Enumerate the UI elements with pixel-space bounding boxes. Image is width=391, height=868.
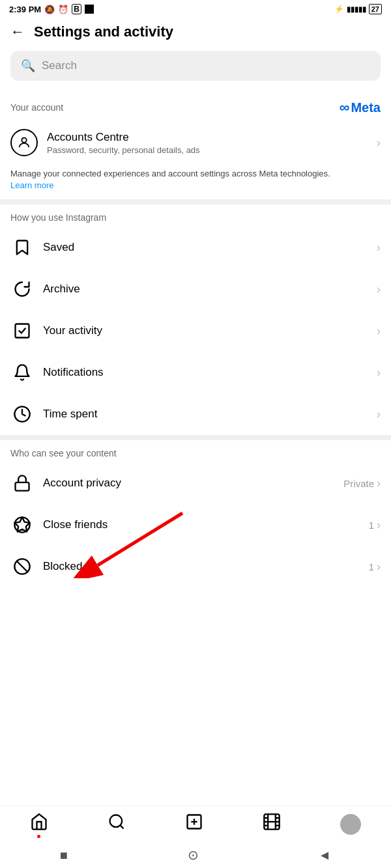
who-can-see-header: Who can see your content — [0, 440, 391, 462]
blocked-content: Blocked — [43, 560, 369, 573]
page-title: Settings and activity — [34, 23, 173, 40]
account-privacy-chevron-icon: › — [377, 477, 381, 490]
svg-rect-3 — [16, 483, 29, 491]
notifications-chevron-icon: › — [377, 366, 381, 380]
saved-content: Saved — [43, 241, 377, 254]
signal-icon: ▮▮▮▮▮ — [347, 5, 366, 14]
your-activity-chevron-icon: › — [377, 324, 381, 338]
meta-infinity-icon: ∞ — [340, 99, 350, 116]
status-bar: 2:39 PM 🔕 ⏰ B ⚡ ▮▮▮▮▮ 27 — [0, 0, 391, 17]
chevron-right-icon: › — [377, 136, 381, 150]
blocked-chevron-icon: › — [377, 560, 381, 574]
who-can-see-section: Who can see your content Account privacy… — [0, 440, 391, 587]
your-activity-title: Your activity — [43, 324, 377, 337]
how-you-use-label: How you use Instagram — [10, 212, 106, 223]
nav-search-icon — [108, 813, 126, 835]
time-spent-content: Time spent — [43, 408, 377, 421]
sys-home-button[interactable]: ⊙ — [188, 847, 199, 863]
how-you-use-header: How you use Instagram — [0, 204, 391, 227]
archive-content: Archive — [43, 283, 377, 296]
saved-item[interactable]: Saved › — [0, 227, 391, 268]
search-icon: 🔍 — [21, 59, 35, 73]
sys-back-button[interactable]: ◄ — [318, 848, 331, 863]
svg-point-0 — [22, 138, 26, 143]
search-placeholder: Search — [42, 59, 77, 72]
close-friends-content: Close friends — [43, 518, 369, 531]
blocked-value: 1 — [369, 561, 374, 572]
svg-point-10 — [109, 815, 122, 828]
accounts-centre-content: Accounts Centre Password, security, pers… — [47, 131, 377, 155]
your-activity-right: › — [377, 324, 381, 338]
nav-home[interactable] — [30, 813, 48, 835]
home-icon — [30, 813, 48, 835]
section-divider-1 — [0, 199, 391, 204]
blocked-title: Blocked — [43, 560, 369, 573]
notifications-item[interactable]: Notifications › — [0, 352, 391, 393]
notifications-title: Notifications — [43, 366, 377, 379]
your-account-section: Your account ∞ Meta Accounts Centre Pass… — [0, 91, 391, 199]
b-icon: B — [72, 4, 81, 14]
nav-profile[interactable] — [340, 814, 361, 835]
status-left: 2:39 PM 🔕 ⏰ B — [9, 4, 94, 14]
close-friends-value: 1 — [369, 520, 374, 531]
close-friends-icon — [10, 513, 34, 537]
your-account-header: Your account ∞ Meta — [0, 91, 391, 120]
bottom-spacer — [0, 587, 391, 665]
sys-square-button[interactable]: ■ — [60, 848, 68, 863]
archive-item[interactable]: Archive › — [0, 268, 391, 310]
back-button[interactable]: ← — [10, 23, 25, 40]
accounts-centre-title: Accounts Centre — [47, 131, 377, 144]
your-account-label: Your account — [10, 102, 63, 113]
close-friends-item[interactable]: Close friends 1 › — [0, 504, 391, 546]
close-friends-right: 1 › — [369, 518, 381, 532]
nav-reels[interactable] — [263, 813, 281, 835]
battery-icon: 27 — [369, 4, 382, 14]
account-privacy-item[interactable]: Account privacy Private › — [0, 462, 391, 504]
nav-search[interactable] — [108, 813, 126, 835]
svg-line-7 — [17, 561, 27, 572]
notifications-right: › — [377, 366, 381, 380]
bluetooth-icon: ⚡ — [334, 5, 344, 14]
archive-icon — [10, 277, 34, 301]
meta-text: Meta — [351, 100, 381, 115]
svg-rect-1 — [16, 324, 29, 338]
saved-icon — [10, 236, 34, 259]
svg-line-11 — [120, 825, 123, 828]
saved-right: › — [377, 241, 381, 255]
close-friends-chevron-icon: › — [377, 518, 381, 532]
blocked-right: 1 › — [369, 560, 381, 574]
time-spent-chevron-icon: › — [377, 408, 381, 421]
time-spent-item[interactable]: Time spent › — [0, 393, 391, 435]
your-activity-content: Your activity — [43, 324, 377, 337]
mute-icon: 🔕 — [44, 5, 55, 14]
saved-title: Saved — [43, 241, 377, 254]
time: 2:39 PM — [9, 5, 41, 14]
blocked-item[interactable]: Blocked 1 › — [0, 546, 391, 587]
blocked-row-container: Blocked 1 › — [0, 546, 391, 587]
archive-chevron-icon: › — [377, 283, 381, 296]
saved-chevron-icon: › — [377, 241, 381, 255]
account-privacy-value: Private — [343, 478, 374, 489]
accounts-centre-chevron: › — [377, 136, 381, 150]
info-text-content: Manage your connected experiences and ac… — [10, 169, 330, 178]
system-nav: ■ ⊙ ◄ — [0, 842, 391, 868]
notifications-icon — [10, 361, 34, 384]
info-text: Manage your connected experiences and ac… — [0, 165, 391, 199]
how-you-use-section: How you use Instagram Saved › Archive › — [0, 204, 391, 435]
your-activity-item[interactable]: Your activity › — [0, 310, 391, 352]
learn-more-link[interactable]: Learn more — [10, 180, 53, 190]
time-spent-icon — [10, 402, 34, 426]
status-right: ⚡ ▮▮▮▮▮ 27 — [334, 4, 382, 14]
account-privacy-right: Private › — [343, 477, 381, 490]
blocked-icon — [10, 555, 34, 578]
meta-logo: ∞ Meta — [340, 99, 381, 116]
profile-avatar — [340, 814, 361, 835]
header: ← Settings and activity — [0, 17, 391, 47]
account-privacy-icon — [10, 471, 34, 495]
accounts-centre-item[interactable]: Accounts Centre Password, security, pers… — [0, 120, 391, 165]
who-can-see-label: Who can see your content — [10, 448, 117, 458]
account-privacy-content: Account privacy — [43, 477, 343, 490]
your-activity-icon — [10, 319, 34, 343]
search-bar[interactable]: 🔍 Search — [10, 51, 381, 81]
nav-add[interactable] — [185, 813, 203, 835]
